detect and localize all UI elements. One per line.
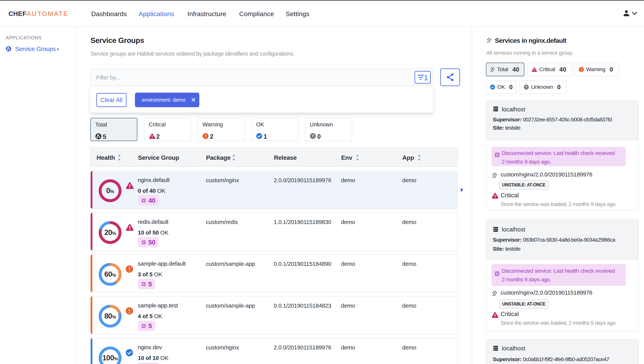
svg-text:1: 1 bbox=[424, 74, 428, 81]
svg-text:?: ? bbox=[525, 85, 527, 89]
svg-text:?: ? bbox=[312, 134, 314, 138]
